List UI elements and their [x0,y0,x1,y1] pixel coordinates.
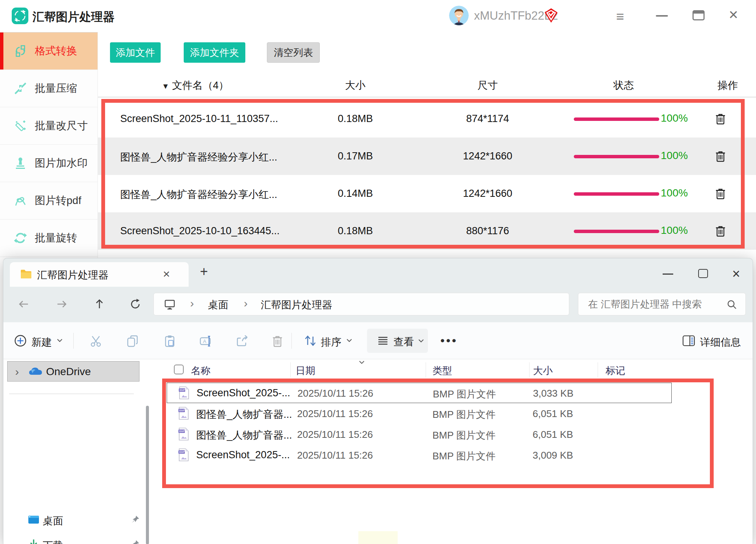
vip-badge-icon[interactable] [544,8,559,23]
sidebar-item-batch-rotate[interactable]: 批量旋转 [0,219,98,257]
faint-watermark-highlight [358,531,398,544]
sidebar-item-watermark[interactable]: 图片加水印 [0,145,98,182]
add-folder-button[interactable]: 添加文件夹 [184,42,245,63]
folder-icon [20,269,32,279]
column-action: 操作 [717,79,738,92]
column-divider[interactable] [529,362,530,377]
delete-icon[interactable] [271,334,284,348]
column-divider[interactable] [598,362,598,377]
pin-icon[interactable] [130,539,140,544]
search-input[interactable] [588,295,724,313]
forward-icon[interactable] [55,298,68,311]
sort-icon[interactable] [304,334,317,347]
more-options-icon[interactable]: ••• [440,334,458,348]
sidebar-item-onedrive[interactable]: › OneDrive [7,361,139,382]
sidebar-item-desktop[interactable]: 桌面 [3,510,143,530]
pin-icon[interactable] [130,515,140,524]
search-box[interactable] [578,293,746,315]
sidebar-item-label: 格式转换 [35,44,77,58]
sidebar-item-label: 批量压缩 [35,81,77,96]
view-label: 查看 [393,335,414,349]
app-title: 汇帮图片处理器 [33,9,115,25]
add-file-label: 添加文件 [116,46,155,59]
column-divider[interactable] [290,362,291,377]
toolbar-divider [291,333,292,349]
cut-icon[interactable] [90,334,103,348]
explorer-maximize-button[interactable] [698,269,708,278]
address-bar[interactable]: › 桌面 › 汇帮图片处理器 [153,293,569,315]
sort-button[interactable]: 排序 [321,335,341,349]
explorer-tab[interactable]: 汇帮图片处理器 × [10,262,189,287]
sidebar-divider [9,394,134,394]
sidebar-item-batch-compress[interactable]: 批量压缩 [0,70,98,107]
explorer-toolbar: 新建 A [3,322,753,359]
up-icon[interactable] [93,298,106,311]
column-tags[interactable]: 标记 [606,364,625,377]
sort-chevron-icon [358,360,366,365]
expand-chevron-icon[interactable]: › [15,365,19,378]
sidebar-item-label: 图片加水印 [35,156,88,170]
sidebar-scrollbar[interactable] [146,406,149,544]
breadcrumb-chevron: › [244,297,248,310]
breadcrumb-desktop[interactable]: 桌面 [208,298,228,312]
breadcrumb-current-folder[interactable]: 汇帮图片处理器 [261,298,332,312]
avatar[interactable] [449,6,469,25]
column-name[interactable]: 名称 [191,364,211,377]
watermark-icon [14,156,27,170]
sidebar-item-batch-resize[interactable]: 批量改尺寸 [0,107,98,145]
sidebar-item-downloads[interactable]: 下载 [3,534,143,544]
rename-icon[interactable]: A [199,334,213,348]
sidebar-item-label: 批量改尺寸 [35,119,88,133]
explorer-minimize-button[interactable] [663,274,673,275]
share-icon[interactable] [235,334,249,348]
list-header: 名称 日期 类型 大小 标记 [159,359,753,380]
new-item-icon[interactable] [14,334,27,347]
chevron-down-icon [346,338,353,343]
search-icon[interactable] [727,299,737,310]
this-pc-icon [164,298,176,311]
refresh-icon[interactable] [129,298,142,311]
app-maximize-button[interactable] [692,10,705,20]
select-all-checkbox[interactable] [174,365,184,374]
add-folder-label: 添加文件夹 [190,46,239,59]
sidebar-item-label: 桌面 [43,514,63,528]
back-icon[interactable] [17,298,30,311]
new-tab-icon[interactable]: + [200,264,208,280]
tab-close-icon[interactable]: × [163,267,170,281]
new-button[interactable]: 新建 [31,335,52,349]
column-divider[interactable] [426,362,426,377]
details-button[interactable]: 详细信息 [700,335,741,349]
onedrive-icon [28,366,43,377]
sidebar-item-image-to-pdf[interactable]: 图片转pdf [0,182,98,219]
copy-icon[interactable] [126,334,139,348]
format-convert-icon [14,44,27,58]
image-to-pdf-icon [14,194,27,207]
batch-compress-icon [14,82,27,95]
column-status: 状态 [613,79,634,92]
column-size[interactable]: 大小 [533,364,553,377]
desktop-icon [28,514,40,526]
menu-icon[interactable]: ≡ [616,10,624,23]
app-sidebar: 格式转换 批量压缩 批量改尺寸 图片加水印 图片转pdf [0,32,98,258]
details-pane-icon[interactable] [682,335,696,347]
column-filename[interactable]: ▼ 文件名（4） [162,79,229,92]
add-file-button[interactable]: 添加文件 [110,42,161,63]
tab-title: 汇帮图片处理器 [37,268,108,282]
sidebar-item-format-convert[interactable]: 格式转换 [0,32,98,70]
view-button[interactable]: 查看 [367,329,428,353]
annotation-rectangle-app-list [101,99,745,249]
app-close-button[interactable]: × [729,7,738,23]
downloads-icon [28,538,40,544]
explorer-close-button[interactable]: × [732,266,740,282]
paste-icon[interactable] [163,334,177,348]
chevron-down-icon [56,338,63,343]
clear-list-label: 清空列表 [274,46,313,59]
toolbar-divider [73,333,74,349]
svg-text:A: A [203,338,206,344]
column-type[interactable]: 类型 [432,364,452,377]
clear-list-button[interactable]: 清空列表 [267,42,320,63]
onedrive-label: OneDrive [46,366,91,378]
batch-rotate-icon [14,231,27,245]
app-minimize-button[interactable] [656,15,668,17]
column-date[interactable]: 日期 [296,364,315,377]
